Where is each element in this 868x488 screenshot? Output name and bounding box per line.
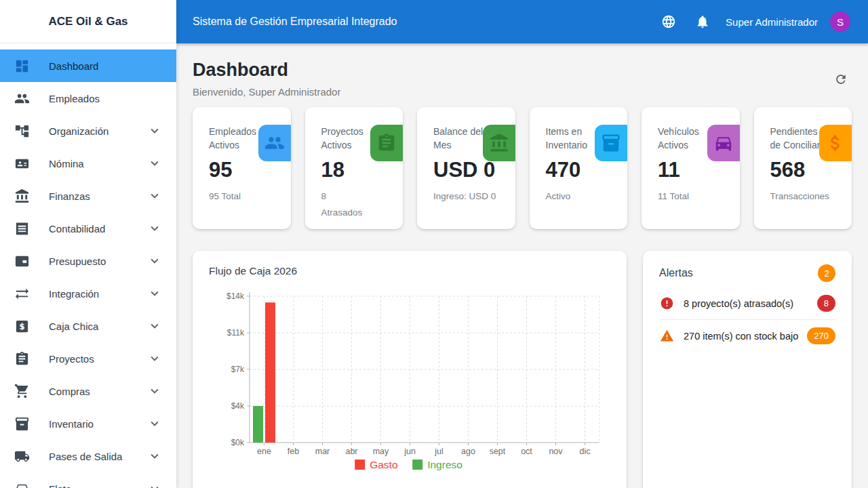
budget-icon — [14, 253, 30, 269]
stat-card-sub: Transacciones — [770, 188, 836, 205]
alert-text: 270 item(s) con stock bajo — [684, 331, 807, 342]
stat-card-value: 18 — [321, 158, 387, 182]
svg-text:Gasto: Gasto — [370, 459, 397, 470]
car-icon — [14, 481, 30, 488]
user-name[interactable]: Super Administrador — [726, 16, 818, 28]
sidebar-item-dashboard[interactable]: Dashboard — [0, 49, 176, 82]
warning-icon — [659, 329, 674, 344]
sidebar-item-label: Finanzas — [49, 190, 146, 202]
box-icon — [595, 125, 627, 161]
stat-card-empleados-activos: Empleados Activos9595 Total — [193, 107, 291, 229]
svg-text:may: may — [373, 447, 389, 456]
sidebar-item-finanzas[interactable]: Finanzas — [0, 180, 176, 212]
sidebar-item-integracion[interactable]: Integración — [0, 277, 176, 310]
alert-count-badge: 270 — [807, 327, 835, 344]
user-avatar[interactable]: S — [830, 12, 850, 32]
chevron-down-icon — [146, 415, 163, 432]
sidebar-item-caja-chica[interactable]: $Caja Chica — [0, 310, 176, 342]
payroll-icon — [14, 155, 30, 171]
sidebar-item-label: Inventario — [49, 418, 146, 430]
cashflow-bar-chart: $0k$4k$7k$11k$14kenefebmarabrmayjunjulag… — [209, 286, 610, 488]
stat-card-sub: 95 Total — [209, 188, 275, 205]
cashflow-chart-card: Flujo de Caja 2026 $0k$4k$7k$11k$14kenef… — [193, 251, 627, 488]
stat-card-proyectos-activos: Proyectos Activos188 Atrasados — [305, 107, 403, 229]
refresh-button[interactable] — [830, 68, 852, 92]
alert-item: 270 item(s) con stock bajo270 — [659, 320, 835, 352]
cart-icon — [14, 383, 30, 399]
sidebar-item-compras[interactable]: Compras — [0, 375, 176, 407]
stat-card-sub: Ingreso: USD 0 — [433, 188, 499, 205]
sidebar-item-presupuesto[interactable]: Presupuesto — [0, 245, 176, 277]
org-tree-icon — [14, 123, 30, 139]
stat-card-pendientes-de-conciliar: Pendientes de Conciliar568Transacciones — [754, 107, 852, 229]
stat-card-sub: 11 Total — [658, 188, 724, 205]
sidebar-item-organizacion[interactable]: Organización — [0, 115, 176, 147]
notifications-bell-icon[interactable] — [694, 14, 711, 30]
svg-text:ene: ene — [257, 447, 271, 456]
alerts-card: Alertas 2 8 proyecto(s) atrasado(s)8270 … — [643, 251, 852, 488]
box-icon — [14, 415, 30, 432]
sidebar-item-label: Integración — [49, 288, 146, 300]
sidebar-item-contabilidad[interactable]: Contabilidad — [0, 212, 176, 245]
clipboard-icon — [370, 125, 403, 161]
panels-row: Flujo de Caja 2026 $0k$4k$7k$11k$14kenef… — [193, 251, 852, 488]
svg-text:nov: nov — [549, 447, 563, 456]
alerts-header: Alertas 2 — [659, 264, 835, 282]
alert-item: 8 proyecto(s) atrasado(s)8 — [659, 287, 835, 320]
topbar: Sistema de Gestión Empresarial Integrado… — [176, 0, 868, 43]
sidebar-item-label: Compras — [49, 386, 146, 397]
alerts-count-badge: 2 — [818, 264, 835, 282]
sidebar-item-empleados[interactable]: Empleados — [0, 82, 176, 115]
sidebar-item-pases-de-salida[interactable]: Pases de Salida — [0, 440, 176, 472]
page-title: Dashboard — [193, 60, 340, 81]
cash-register-icon: $ — [14, 318, 30, 334]
chevron-down-icon — [146, 155, 163, 171]
bank-icon — [14, 188, 30, 204]
sidebar-item-label: Dashboard — [49, 60, 167, 72]
svg-text:abr: abr — [345, 447, 357, 456]
stat-card-sub: 8 Atrasados — [321, 188, 387, 221]
svg-text:Ingreso: Ingreso — [427, 459, 462, 470]
chevron-down-icon — [146, 253, 163, 269]
car-icon — [707, 125, 740, 161]
chevron-down-icon — [146, 188, 163, 204]
stat-card-value: 11 — [658, 158, 724, 182]
people-icon — [258, 125, 291, 161]
sidebar-item-proyectos[interactable]: Proyectos — [0, 342, 176, 375]
sidebar-item-nomina[interactable]: Nómina — [0, 147, 176, 180]
stat-card-vehiculos-activos: Vehículos Activos1111 Total — [642, 107, 740, 229]
alerts-title: Alertas — [659, 267, 693, 279]
truck-icon — [14, 448, 30, 464]
receipt-icon — [14, 220, 30, 237]
dollar-icon — [819, 125, 852, 161]
svg-text:mar: mar — [315, 447, 330, 456]
sidebar-item-flota[interactable]: Flota — [0, 472, 176, 488]
svg-text:$0k: $0k — [231, 438, 245, 447]
sidebar-item-inventario[interactable]: Inventario — [0, 407, 176, 440]
svg-text:sept: sept — [490, 447, 506, 456]
svg-text:dic: dic — [580, 447, 591, 456]
svg-text:$4k: $4k — [231, 401, 245, 411]
svg-text:$7k: $7k — [231, 365, 245, 374]
svg-text:oct: oct — [521, 447, 532, 456]
svg-text:ago: ago — [461, 447, 475, 456]
stat-cards-row: Empleados Activos9595 TotalProyectos Act… — [193, 107, 852, 229]
sidebar-item-label: Pases de Salida — [49, 451, 146, 462]
stat-card-sub: Activo — [546, 188, 612, 205]
content-area: Dashboard Bienvenido, Super Administrado… — [176, 43, 868, 488]
sidebar-item-label: Contabilidad — [49, 223, 146, 235]
app-root: ACE Oil & Gas DashboardEmpleadosOrganiza… — [0, 0, 868, 488]
svg-text:feb: feb — [288, 447, 299, 456]
sidebar-item-label: Presupuesto — [49, 256, 146, 267]
sidebar-item-label: Organización — [49, 125, 146, 137]
dashboard-icon — [14, 58, 30, 74]
topbar-actions: Super Administrador S — [660, 12, 850, 32]
sidebar-item-label: Proyectos — [49, 353, 146, 365]
stat-card-value: USD 0 — [433, 158, 499, 182]
sidebar: ACE Oil & Gas DashboardEmpleadosOrganiza… — [0, 0, 176, 488]
alert-text: 8 proyecto(s) atrasado(s) — [684, 298, 817, 309]
language-globe-icon[interactable] — [660, 14, 677, 30]
people-icon — [14, 90, 30, 106]
svg-text:$11k: $11k — [227, 328, 245, 338]
chevron-down-icon — [146, 481, 163, 488]
